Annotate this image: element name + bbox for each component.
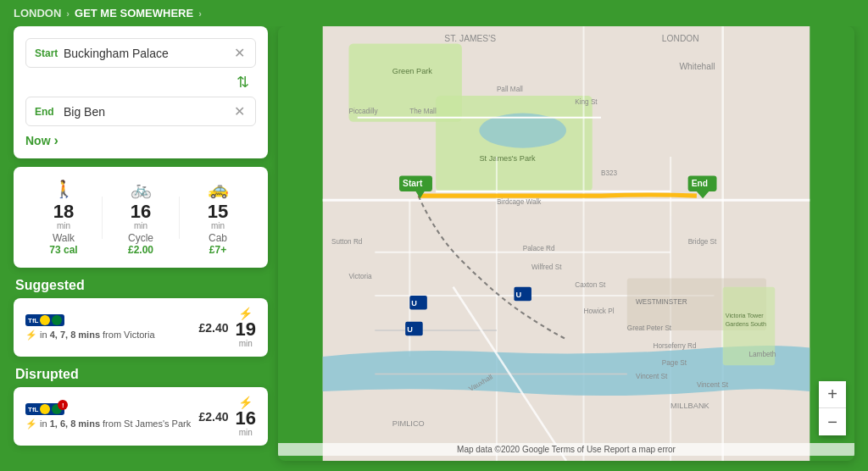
mode-walk[interactable]: 🚶 18 min Walk 73 cal [25, 179, 102, 256]
svg-text:Piccadilly: Piccadilly [349, 108, 379, 115]
suggested-lightning: ⚡ [25, 330, 37, 340]
walk-label: Walk [53, 232, 75, 244]
svg-text:Gardens South: Gardens South [726, 321, 766, 328]
disrupted-depart-times: 1, 6, 8 mins [50, 418, 100, 429]
tfl-text-disrupted: TfL [28, 406, 38, 413]
cycle-unit: min [134, 221, 147, 230]
start-input-row: Start ✕ [25, 38, 256, 68]
svg-text:Bridge St: Bridge St [688, 238, 717, 246]
cab-sub: £7+ [209, 244, 226, 256]
svg-text:ST. JAMES'S: ST. JAMES'S [444, 34, 496, 43]
svg-text:Lambeth: Lambeth [748, 351, 776, 358]
zoom-in-button[interactable]: + [819, 381, 846, 408]
disrupted-depart: ⚡ in 1, 6, 8 mins from St James's Park [25, 418, 198, 429]
cycle-label: Cycle [128, 232, 153, 244]
svg-text:Victoria: Victoria [349, 273, 373, 280]
circle-line-dot-2 [40, 404, 50, 414]
breadcrumb-london[interactable]: LONDON [14, 7, 61, 19]
disrupted-lightning: ⚡ [25, 418, 37, 429]
svg-text:Vincent St: Vincent St [697, 381, 729, 389]
tfl-text: TfL [28, 317, 38, 324]
start-input[interactable] [64, 47, 232, 60]
svg-text:Pall Mall: Pall Mall [497, 86, 523, 93]
svg-text:Wilfred St: Wilfred St [531, 263, 562, 271]
suggested-depart-from: from Victoria [103, 330, 155, 340]
map-start-label: Start [403, 179, 423, 188]
svg-text:Howick Pl: Howick Pl [584, 308, 615, 315]
svg-text:Caxton St: Caxton St [575, 281, 606, 289]
disrupted-transit-icons: TfL ! [25, 403, 198, 415]
svg-text:King St: King St [575, 98, 598, 106]
svg-point-4 [479, 114, 566, 148]
breadcrumb-sep-1: › [66, 8, 70, 19]
breadcrumb: LONDON › GET ME SOMEWHERE › [0, 0, 868, 26]
walk-time: 18 [53, 202, 74, 221]
svg-text:Horseferry Rd: Horseferry Rd [654, 342, 697, 350]
disrupted-time-block: ⚡ 16 min [236, 396, 256, 437]
circle-line-dot [40, 315, 50, 325]
svg-text:U: U [407, 325, 413, 334]
suggested-header: Suggested [14, 278, 268, 293]
breadcrumb-sep-2: › [198, 8, 202, 19]
svg-text:The Mall: The Mall [409, 108, 437, 115]
end-input-row: End ✕ [25, 97, 256, 126]
end-input[interactable] [64, 105, 232, 119]
svg-text:LONDON: LONDON [662, 34, 699, 43]
svg-text:Victoria Tower: Victoria Tower [726, 313, 764, 319]
now-label: Now [25, 134, 51, 147]
suggested-depart-prefix: in [40, 330, 47, 340]
modes-card: 🚶 18 min Walk 73 cal 🚲 16 min Cycle £2.0… [14, 167, 268, 268]
walk-icon: 🚶 [53, 179, 75, 199]
left-panel: Start ✕ ⇅ End ✕ Now › [14, 26, 268, 461]
mode-cab[interactable]: 🚕 15 min Cab £7+ [180, 179, 256, 256]
cab-unit: min [211, 221, 225, 230]
suggested-mins: 19 [236, 320, 256, 339]
disrupted-option-left: TfL ! ⚡ in 1, 6, 8 mins from St James's … [25, 403, 198, 429]
swap-button[interactable]: ⇅ [230, 71, 256, 93]
svg-text:B323: B323 [601, 169, 618, 177]
disrupted-section: Disrupted TfL ! ⚡ [14, 365, 268, 446]
svg-text:Page St: Page St [662, 359, 687, 367]
now-button[interactable]: Now › [25, 133, 58, 148]
breadcrumb-current[interactable]: GET ME SOMEWHERE [75, 7, 193, 19]
map-container[interactable]: Green Park St James's Park ST. JAMES'S B… [278, 26, 854, 461]
zoom-out-button[interactable]: − [819, 408, 846, 435]
disrupted-depart-prefix: in [40, 418, 47, 429]
suggested-depart: ⚡ in 4, 7, 8 mins from Victoria [25, 330, 198, 341]
cab-time: 15 [208, 202, 228, 221]
route-card: Start ✕ ⇅ End ✕ Now › [14, 26, 268, 158]
svg-text:Sutton Rd: Sutton Rd [331, 238, 363, 246]
disrupted-header: Disrupted [14, 367, 268, 382]
disrupted-mins: 16 [236, 409, 256, 428]
svg-text:WESTMINSTER: WESTMINSTER [636, 298, 687, 306]
disrupted-option[interactable]: TfL ! ⚡ in 1, 6, 8 mins from St James's … [14, 387, 268, 446]
svg-text:Green Park: Green Park [392, 67, 433, 75]
now-arrow-icon: › [54, 133, 58, 148]
end-clear-button[interactable]: ✕ [232, 103, 247, 119]
suggested-option-left: TfL ⚡ in 4, 7, 8 mins from Victoria [25, 314, 198, 341]
svg-text:St James's Park: St James's Park [479, 154, 536, 163]
district-line-dot [52, 315, 62, 325]
suggested-option[interactable]: TfL ⚡ in 4, 7, 8 mins from Victoria £2.4… [14, 298, 268, 357]
svg-text:MILLBANK: MILLBANK [670, 402, 709, 410]
start-label: Start [35, 47, 58, 59]
svg-text:PIMLICO: PIMLICO [392, 419, 425, 428]
end-label: End [35, 106, 58, 118]
map-svg: Green Park St James's Park ST. JAMES'S B… [278, 26, 854, 461]
mode-cycle[interactable]: 🚲 16 min Cycle £2.00 [103, 179, 179, 256]
svg-text:Vincent St: Vincent St [636, 373, 668, 380]
cab-icon: 🚕 [208, 179, 229, 199]
cycle-sub: £2.00 [128, 244, 153, 256]
svg-text:Palace Rd: Palace Rd [523, 245, 555, 252]
disrupted-depart-from: from St James's Park [103, 418, 191, 429]
walk-sub: 73 cal [49, 244, 77, 256]
start-clear-button[interactable]: ✕ [232, 45, 247, 61]
map-end-label: End [692, 179, 708, 188]
suggested-transit-icons: TfL [25, 314, 198, 326]
suggested-mins-label: min [239, 339, 253, 348]
suggested-price: £2.40 [198, 321, 228, 335]
walk-unit: min [57, 221, 70, 230]
svg-text:Birdcage Walk: Birdcage Walk [497, 198, 542, 206]
cab-label: Cab [209, 232, 227, 244]
disruption-badge: ! [58, 400, 68, 410]
